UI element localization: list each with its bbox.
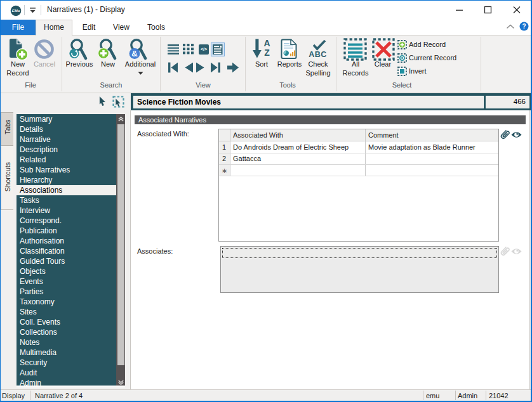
svg-text:EMu: EMu xyxy=(12,9,20,13)
svg-text:ABC: ABC xyxy=(309,50,327,59)
svg-text:?: ? xyxy=(522,23,526,30)
svg-text:&: & xyxy=(131,49,137,58)
svg-text:Z: Z xyxy=(264,48,270,58)
